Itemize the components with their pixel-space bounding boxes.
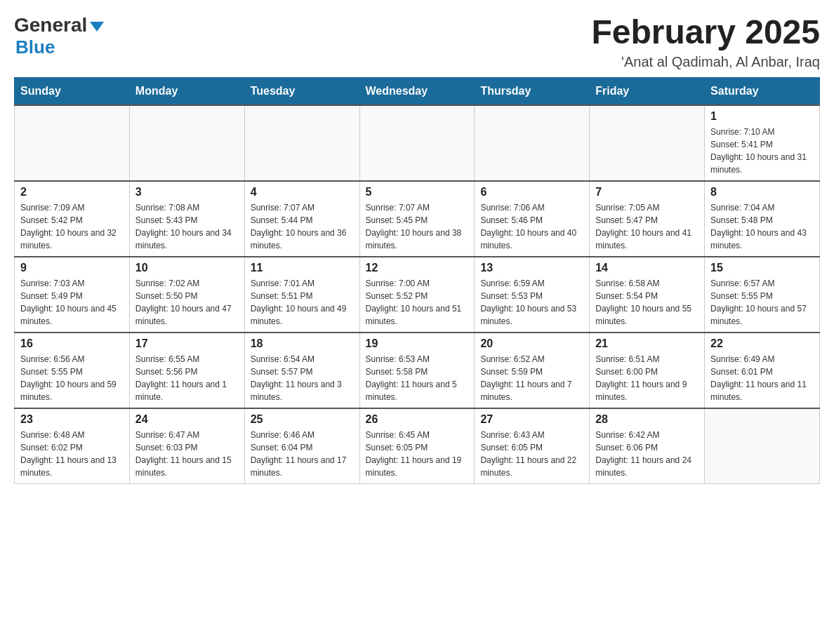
day-info: Sunrise: 6:46 AM Sunset: 6:04 PM Dayligh… [251,429,354,479]
calendar-cell: 3Sunrise: 7:08 AM Sunset: 5:43 PM Daylig… [129,181,244,257]
day-number: 26 [366,413,469,426]
day-info: Sunrise: 7:09 AM Sunset: 5:42 PM Dayligh… [20,201,124,252]
calendar-cell: 6Sunrise: 7:06 AM Sunset: 5:46 PM Daylig… [475,181,590,257]
day-info: Sunrise: 7:07 AM Sunset: 5:45 PM Dayligh… [366,201,469,252]
day-info: Sunrise: 6:49 AM Sunset: 6:01 PM Dayligh… [710,353,814,403]
day-number: 9 [20,262,124,274]
page-subtitle: 'Anat al Qadimah, Al Anbar, Iraq [591,54,820,70]
day-number: 27 [480,413,583,426]
calendar-week-5: 23Sunrise: 6:48 AM Sunset: 6:02 PM Dayli… [15,408,820,484]
calendar-cell: 15Sunrise: 6:57 AM Sunset: 5:55 PM Dayli… [705,257,820,333]
calendar-cell: 1Sunrise: 7:10 AM Sunset: 5:41 PM Daylig… [705,105,820,181]
logo-general-text: General [14,14,87,36]
calendar-table: Sunday Monday Tuesday Wednesday Thursday… [14,77,820,484]
title-block: February 2025 'Anat al Qadimah, Al Anbar… [591,14,820,70]
day-number: 7 [595,186,699,199]
calendar-cell: 9Sunrise: 7:03 AM Sunset: 5:49 PM Daylig… [15,257,130,333]
day-number: 24 [135,413,239,426]
day-info: Sunrise: 7:08 AM Sunset: 5:43 PM Dayligh… [135,201,239,252]
calendar-cell: 22Sunrise: 6:49 AM Sunset: 6:01 PM Dayli… [705,333,820,408]
calendar-cell: 12Sunrise: 7:00 AM Sunset: 5:52 PM Dayli… [359,257,475,333]
day-info: Sunrise: 6:42 AM Sunset: 6:06 PM Dayligh… [595,429,699,479]
day-info: Sunrise: 6:57 AM Sunset: 5:55 PM Dayligh… [710,277,814,328]
day-number: 23 [20,413,124,426]
calendar-cell: 11Sunrise: 7:01 AM Sunset: 5:51 PM Dayli… [244,257,359,333]
calendar-cell [475,105,590,181]
day-number: 14 [595,262,699,274]
day-number: 13 [480,262,583,274]
day-number: 15 [710,262,814,274]
day-number: 28 [595,413,699,426]
day-number: 2 [20,186,124,199]
day-number: 22 [710,337,814,350]
day-number: 5 [366,186,469,199]
logo-general: General [14,14,104,36]
header-saturday: Saturday [705,77,820,105]
calendar-cell: 4Sunrise: 7:07 AM Sunset: 5:44 PM Daylig… [244,181,359,257]
day-info: Sunrise: 7:04 AM Sunset: 5:48 PM Dayligh… [710,201,814,252]
logo-blue-text: Blue [15,36,55,58]
day-number: 16 [20,337,124,350]
day-info: Sunrise: 7:10 AM Sunset: 5:41 PM Dayligh… [710,126,814,176]
calendar-cell: 14Sunrise: 6:58 AM Sunset: 5:54 PM Dayli… [590,257,705,333]
calendar-cell [705,408,820,484]
day-number: 20 [480,337,583,350]
calendar-cell: 25Sunrise: 6:46 AM Sunset: 6:04 PM Dayli… [244,408,359,484]
calendar-cell: 18Sunrise: 6:54 AM Sunset: 5:57 PM Dayli… [244,333,359,408]
calendar-week-1: 1Sunrise: 7:10 AM Sunset: 5:41 PM Daylig… [15,105,820,181]
calendar-cell: 17Sunrise: 6:55 AM Sunset: 5:56 PM Dayli… [129,333,244,408]
day-info: Sunrise: 6:48 AM Sunset: 6:02 PM Dayligh… [20,429,124,479]
calendar-cell [129,105,244,181]
day-info: Sunrise: 6:47 AM Sunset: 6:03 PM Dayligh… [135,429,239,479]
day-number: 18 [251,337,354,350]
header-thursday: Thursday [475,77,590,105]
header-monday: Monday [129,77,244,105]
day-number: 21 [595,337,699,350]
day-info: Sunrise: 6:43 AM Sunset: 6:05 PM Dayligh… [480,429,583,479]
day-number: 3 [135,186,239,199]
calendar-cell: 27Sunrise: 6:43 AM Sunset: 6:05 PM Dayli… [475,408,590,484]
day-info: Sunrise: 6:53 AM Sunset: 5:58 PM Dayligh… [366,353,469,403]
day-number: 19 [366,337,469,350]
header-friday: Friday [590,77,705,105]
page-header: General Blue February 2025 'Anat al Qadi… [14,14,820,70]
day-info: Sunrise: 7:03 AM Sunset: 5:49 PM Dayligh… [20,277,124,328]
calendar-cell: 19Sunrise: 6:53 AM Sunset: 5:58 PM Dayli… [359,333,475,408]
day-info: Sunrise: 7:00 AM Sunset: 5:52 PM Dayligh… [366,277,469,328]
calendar-cell: 20Sunrise: 6:52 AM Sunset: 5:59 PM Dayli… [475,333,590,408]
calendar-cell: 8Sunrise: 7:04 AM Sunset: 5:48 PM Daylig… [705,181,820,257]
day-number: 6 [480,186,583,199]
calendar-cell: 24Sunrise: 6:47 AM Sunset: 6:03 PM Dayli… [129,408,244,484]
calendar-cell: 23Sunrise: 6:48 AM Sunset: 6:02 PM Dayli… [15,408,130,484]
day-info: Sunrise: 7:06 AM Sunset: 5:46 PM Dayligh… [480,201,583,252]
header-wednesday: Wednesday [359,77,475,105]
day-number: 8 [710,186,814,199]
logo-arrow-icon [90,22,104,32]
day-number: 12 [366,262,469,274]
day-info: Sunrise: 7:02 AM Sunset: 5:50 PM Dayligh… [135,277,239,328]
calendar-cell [590,105,705,181]
day-info: Sunrise: 6:54 AM Sunset: 5:57 PM Dayligh… [251,353,354,403]
calendar-cell [15,105,130,181]
day-info: Sunrise: 7:07 AM Sunset: 5:44 PM Dayligh… [251,201,354,252]
day-number: 25 [251,413,354,426]
day-number: 10 [135,262,239,274]
header-tuesday: Tuesday [244,77,359,105]
calendar-cell: 13Sunrise: 6:59 AM Sunset: 5:53 PM Dayli… [475,257,590,333]
calendar-cell: 2Sunrise: 7:09 AM Sunset: 5:42 PM Daylig… [15,181,130,257]
day-info: Sunrise: 6:56 AM Sunset: 5:55 PM Dayligh… [20,353,124,403]
day-info: Sunrise: 6:52 AM Sunset: 5:59 PM Dayligh… [480,353,583,403]
day-info: Sunrise: 6:59 AM Sunset: 5:53 PM Dayligh… [480,277,583,328]
calendar-week-2: 2Sunrise: 7:09 AM Sunset: 5:42 PM Daylig… [15,181,820,257]
calendar-cell [359,105,475,181]
calendar-cell: 5Sunrise: 7:07 AM Sunset: 5:45 PM Daylig… [359,181,475,257]
day-number: 4 [251,186,354,199]
calendar-week-3: 9Sunrise: 7:03 AM Sunset: 5:49 PM Daylig… [15,257,820,333]
calendar-header-row: Sunday Monday Tuesday Wednesday Thursday… [15,77,820,105]
logo: General Blue [14,14,104,58]
calendar-cell: 10Sunrise: 7:02 AM Sunset: 5:50 PM Dayli… [129,257,244,333]
day-number: 11 [251,262,354,274]
calendar-cell: 21Sunrise: 6:51 AM Sunset: 6:00 PM Dayli… [590,333,705,408]
calendar-week-4: 16Sunrise: 6:56 AM Sunset: 5:55 PM Dayli… [15,333,820,408]
day-number: 17 [135,337,239,350]
